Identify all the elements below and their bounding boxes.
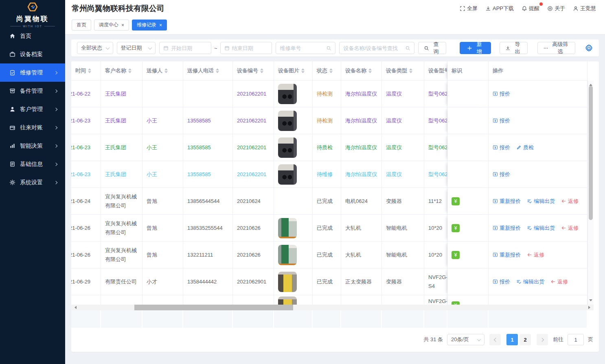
sort-icon[interactable]: [301, 68, 305, 73]
column-header-4[interactable]: 设备编号: [233, 61, 274, 81]
action-ship-link[interactable]: 编辑出货: [527, 225, 555, 232]
action-return-link[interactable]: 返修: [561, 198, 579, 205]
calendar-icon: [163, 46, 169, 51]
horizontal-scroll-thumb[interactable]: [134, 305, 293, 310]
column-header-1[interactable]: 客户名称: [101, 61, 142, 81]
action-quote-link[interactable]: 重新报价: [493, 251, 521, 259]
device-image[interactable]: [278, 272, 297, 292]
action-quote-link[interactable]: 报价: [493, 171, 510, 178]
action-return-link[interactable]: 返修: [527, 251, 544, 259]
close-icon[interactable]: [121, 23, 124, 28]
action-quote-link[interactable]: 重新报价: [493, 198, 521, 205]
action-quote-link[interactable]: 报价: [493, 278, 510, 286]
date-type-select[interactable]: 登记日期: [117, 42, 156, 54]
sort-icon[interactable]: [164, 68, 168, 73]
device-image[interactable]: [278, 164, 297, 185]
action-quote-link[interactable]: 报价: [493, 144, 510, 151]
export-button[interactable]: 导出: [500, 42, 528, 54]
prev-page-button[interactable]: [489, 334, 501, 345]
status-filter-select[interactable]: 全部状态: [77, 42, 113, 54]
advanced-filter-button[interactable]: 高级筛选: [537, 42, 575, 54]
sidebar-item-decision[interactable]: 智能决策: [0, 137, 65, 155]
sidebar-item-account[interactable]: 往来对账: [0, 118, 65, 137]
column-settings-gear-icon[interactable]: [585, 44, 593, 52]
scroll-up-arrow-icon[interactable]: [589, 82, 592, 86]
sort-icon[interactable]: [128, 68, 132, 73]
device-image[interactable]: [278, 137, 297, 158]
repair-order-input[interactable]: [280, 45, 324, 51]
device-search-field[interactable]: [339, 42, 414, 54]
column-header-5[interactable]: 设备图片: [274, 61, 313, 81]
device-image[interactable]: [278, 296, 297, 305]
sort-icon[interactable]: [88, 68, 91, 73]
sort-icon[interactable]: [368, 68, 372, 73]
chevron-right-icon: [54, 144, 57, 147]
device-image[interactable]: [278, 218, 297, 238]
sort-icon[interactable]: [409, 68, 412, 73]
sidebar-item-settings[interactable]: 系统设置: [0, 173, 65, 192]
sidebar-item-home[interactable]: 首页: [0, 27, 65, 45]
column-header-6[interactable]: 状态: [313, 61, 341, 81]
table-row: 21-06-22王氏集团2021062201待检测海尔怕温度仪温度仪型号0622…: [71, 81, 599, 107]
column-header-2[interactable]: 送修人: [142, 61, 183, 81]
column-header-0[interactable]: 时间: [71, 61, 101, 81]
action-return-link[interactable]: 返修: [550, 278, 568, 286]
plus-icon: [467, 46, 472, 51]
tab-维修记录[interactable]: 维修记录: [132, 20, 167, 31]
header-action-about[interactable]: 关于: [547, 5, 565, 12]
action-quote-link[interactable]: 报价: [493, 90, 510, 98]
repair-order-field[interactable]: [276, 42, 335, 54]
goto-page-input[interactable]: [568, 334, 584, 345]
vertical-scroll-thumb[interactable]: [589, 86, 593, 220]
cell-sender: [142, 81, 183, 107]
device-search-input[interactable]: [343, 45, 402, 51]
scroll-down-arrow-icon[interactable]: [589, 299, 592, 303]
device-image[interactable]: [278, 111, 297, 131]
sidebar-item-base-info[interactable]: 基础信息: [0, 155, 65, 173]
action-return-link[interactable]: 返修: [561, 225, 579, 232]
close-icon[interactable]: [159, 23, 162, 28]
action-ship-link[interactable]: 编辑出货: [516, 278, 544, 286]
sort-icon[interactable]: [216, 68, 219, 73]
scroll-left-arrow-icon[interactable]: [73, 306, 77, 309]
header-action-fullscreen[interactable]: 全屏: [460, 5, 478, 12]
scroll-right-arrow-icon[interactable]: [588, 306, 592, 309]
query-button[interactable]: 查询: [418, 42, 446, 54]
start-date-field[interactable]: [159, 42, 211, 54]
start-date-input[interactable]: [171, 45, 207, 51]
cell-actions: 重新报价编辑出货返修: [489, 188, 587, 215]
device-image[interactable]: [278, 245, 297, 265]
sidebar-item-customer[interactable]: 客户管理: [0, 100, 65, 118]
device-image[interactable]: [278, 84, 297, 104]
sidebar-item-device-archive[interactable]: 设备档案: [0, 45, 65, 63]
download-icon: [505, 46, 511, 51]
column-header-3[interactable]: 送修人电话: [183, 61, 233, 81]
sidebar-item-repair-manage[interactable]: 维修管理: [0, 63, 65, 82]
action-ship-link[interactable]: 编辑出货: [527, 198, 555, 205]
page-size-select[interactable]: 20条/页: [447, 334, 484, 345]
sort-icon[interactable]: [329, 68, 333, 73]
sort-icon[interactable]: [260, 68, 263, 73]
action-quote-link[interactable]: 重新报价: [493, 225, 521, 232]
column-header-9[interactable]: 设备型号: [424, 61, 447, 81]
cell-device-image: [274, 268, 313, 295]
next-page-button[interactable]: [537, 334, 548, 345]
page-button-2[interactable]: 2: [520, 334, 531, 345]
sidebar-item-spare-parts[interactable]: 备件管理: [0, 82, 65, 100]
header-action-notice[interactable]: 提醒: [522, 5, 539, 12]
quote-icon: [493, 198, 498, 204]
action-label: 编辑出货: [534, 225, 555, 232]
end-date-field[interactable]: [220, 42, 272, 54]
page-button-1[interactable]: 1: [506, 334, 518, 345]
tab-首页[interactable]: 首页: [72, 20, 91, 31]
cell-phone: 13558585: [183, 107, 233, 134]
header-action-app-download[interactable]: APP下载: [485, 5, 514, 12]
add-button[interactable]: 新增: [460, 42, 491, 54]
column-header-8[interactable]: 设备类型: [382, 61, 424, 81]
column-header-7[interactable]: 设备名称: [341, 61, 382, 81]
action-inspect-link[interactable]: 质检: [516, 144, 534, 151]
end-date-input[interactable]: [232, 45, 268, 51]
tab-调度中心[interactable]: 调度中心: [94, 20, 129, 31]
action-quote-link[interactable]: 报价: [493, 117, 510, 124]
header-action-user[interactable]: 王竞慧: [573, 5, 596, 12]
